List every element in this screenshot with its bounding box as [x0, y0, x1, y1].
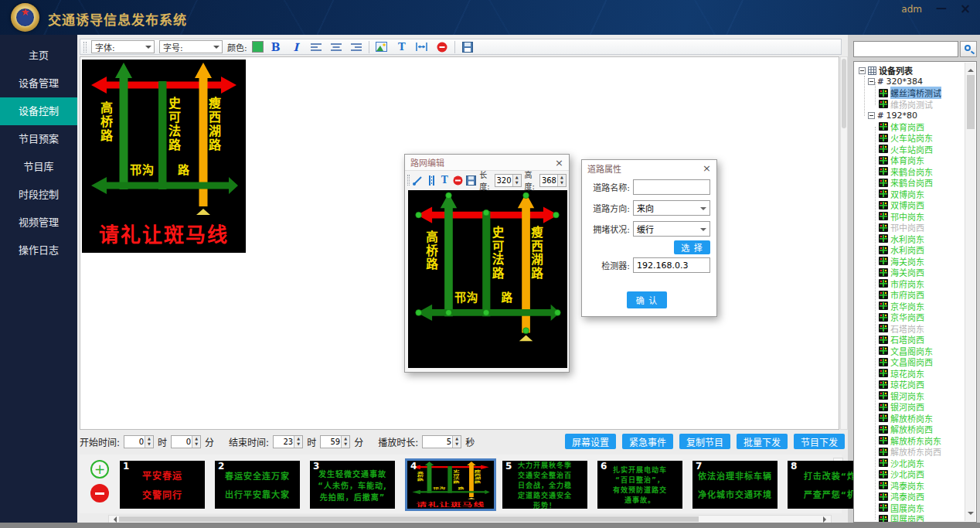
control-button-4[interactable]: 节目下发	[794, 434, 845, 449]
scroll-right-icon[interactable]	[823, 516, 829, 523]
device-item[interactable]: 火车站岗西	[856, 144, 964, 155]
save-button[interactable]	[466, 173, 476, 187]
middle-road-label[interactable]: 史可法路	[491, 227, 503, 281]
device-item[interactable]: 体育岗东	[856, 155, 964, 166]
confirm-button[interactable]: 确 认	[627, 291, 667, 308]
device-item[interactable]: 海关岗东	[856, 256, 964, 267]
device-item[interactable]: 来鹤台岗东	[856, 166, 964, 178]
bottom-road-label-right[interactable]: 路	[501, 288, 513, 304]
collapse-icon[interactable]	[868, 112, 875, 119]
device-item[interactable]: 石塔岗东	[856, 323, 964, 335]
congestion-select[interactable]: 缓行	[633, 221, 710, 237]
device-item[interactable]: 水利岗西	[856, 244, 964, 256]
height-spinner[interactable]: ▲▼	[539, 174, 567, 187]
road-node[interactable]	[554, 310, 560, 316]
delete-element-button[interactable]	[434, 40, 450, 54]
device-item[interactable]: 文昌阁岗东	[856, 346, 964, 357]
device-item[interactable]: 火车站岗东	[856, 132, 964, 144]
device-item[interactable]: 琼花岗东	[856, 368, 964, 380]
sidebar-item-2[interactable]: 设备控制	[0, 97, 77, 125]
device-item[interactable]: 解放桥东岗西	[856, 446, 964, 458]
bottom-road-label-left[interactable]: 邗沟	[433, 485, 446, 489]
collapse-icon[interactable]	[868, 78, 875, 85]
minimize-button[interactable]: —	[934, 2, 949, 17]
device-item[interactable]: 邗中岗东	[856, 211, 964, 223]
playlist-item-7[interactable]: 依法治理非标车辆净化城市交通环境7	[692, 461, 778, 509]
playlist-item-5[interactable]: 大力开展秋冬季交通安全整治百日会战，全力稳定道路交通安全形势！5	[502, 461, 587, 509]
end-hour-spinner[interactable]: ▲▼	[273, 435, 303, 448]
bottom-road-label-right[interactable]: 路	[458, 485, 464, 489]
device-item[interactable]: 解放桥岗东	[856, 413, 964, 424]
close-icon[interactable]: ×	[555, 158, 563, 168]
draw-road-button[interactable]	[413, 173, 423, 187]
right-road-label[interactable]: 瘦西湖路	[207, 97, 219, 152]
insert-text-button[interactable]: T	[440, 173, 450, 187]
control-button-1[interactable]: 紧急事件	[622, 434, 673, 449]
device-item[interactable]: 市府岗东	[856, 278, 964, 290]
road-node[interactable]	[483, 310, 489, 316]
road-node[interactable]	[483, 209, 489, 216]
left-road-label[interactable]: 高桥路	[417, 471, 423, 481]
device-item[interactable]: 解放桥岗西	[856, 424, 964, 435]
road-network-edit-canvas[interactable]: 高桥路 史可法路 瘦西湖路 邗沟 路	[408, 190, 567, 368]
device-item[interactable]: 石塔岗西	[856, 334, 964, 346]
sidebar-item-7[interactable]: 操作日志	[0, 237, 77, 264]
left-road-label[interactable]: 高桥路	[99, 101, 111, 143]
search-button[interactable]	[960, 41, 977, 57]
device-item[interactable]: 京华岗东	[856, 301, 964, 312]
road-segment-button[interactable]	[426, 173, 436, 187]
sidebar-item-3[interactable]: 节目预案	[0, 125, 77, 153]
device-item[interactable]: 维扬岗测试	[856, 99, 964, 111]
device-item[interactable]: 双博岗东	[856, 189, 964, 200]
select-button[interactable]: 选 择	[674, 240, 710, 254]
road-direction-select[interactable]: 来向	[633, 200, 710, 216]
bottom-road-label-left[interactable]: 邗沟	[130, 161, 155, 177]
length-spinner[interactable]: ▲▼	[495, 174, 522, 187]
align-left-button[interactable]	[308, 40, 324, 54]
delete-element-button[interactable]	[453, 173, 463, 187]
duration-spinner[interactable]: ▲▼	[422, 435, 461, 448]
device-item[interactable]: 沙北岗东	[856, 458, 964, 469]
end-minute-spinner[interactable]: ▲▼	[320, 435, 350, 448]
playlist-item-6[interactable]: 扎实开展电动车“百日整治”，有效预防道路交通事故。6	[597, 461, 682, 509]
device-item[interactable]: 国展岗东	[856, 502, 964, 514]
device-item[interactable]: 银河岗东	[856, 390, 964, 402]
sign-message[interactable]: 请礼让斑马线	[407, 500, 494, 507]
device-item[interactable]: 双博岗西	[856, 199, 964, 211]
bottom-road-label-right[interactable]: 路	[178, 161, 190, 177]
road-node[interactable]	[523, 328, 529, 334]
control-button-2[interactable]: 复制节目	[679, 434, 730, 449]
tree-root[interactable]: 设备列表	[856, 65, 964, 77]
device-item[interactable]: 邗中岗西	[856, 222, 964, 233]
road-node[interactable]	[416, 212, 422, 218]
detector-input[interactable]	[633, 257, 710, 273]
device-item[interactable]: 海关岗西	[856, 267, 964, 278]
middle-green-road[interactable]	[158, 81, 167, 189]
start-hour-spinner[interactable]: ▲▼	[124, 435, 154, 448]
playlist-item-3[interactable]: 发生轻微交通事故“人未伤，车能动,先拍照，后撤离”3	[310, 461, 395, 509]
italic-button[interactable]: I	[288, 40, 304, 54]
fit-size-button[interactable]	[414, 40, 430, 54]
road-node[interactable]	[553, 212, 560, 218]
tree-group-192*80[interactable]: #192*80	[856, 110, 964, 121]
tree-group-320*384[interactable]: #320*384	[856, 77, 964, 88]
device-item[interactable]: 鸿泰岗东	[856, 480, 964, 492]
device-item[interactable]: 螺丝湾桥测试	[856, 87, 964, 99]
bottom-road-label-left[interactable]: 邗沟	[454, 288, 478, 304]
middle-road-label[interactable]: 史可法路	[452, 470, 458, 484]
sidebar-item-6[interactable]: 视频管理	[0, 209, 77, 237]
scroll-down-icon[interactable]	[968, 512, 974, 518]
color-swatch[interactable]	[252, 41, 264, 53]
align-center-button[interactable]	[328, 40, 344, 54]
insert-text-button[interactable]: T	[394, 40, 410, 54]
tree-vertical-scrollbar[interactable]	[965, 63, 975, 521]
device-item[interactable]: 体育岗西	[856, 121, 964, 133]
close-button[interactable]: ×	[957, 1, 974, 18]
close-icon[interactable]: ×	[703, 163, 711, 173]
canvas-vertical-scrollbar[interactable]	[840, 56, 848, 430]
right-road-label[interactable]: 瘦西湖路	[474, 470, 480, 484]
playlist-item-4[interactable]: 高桥路 史可法路 瘦西湖路 邗沟 路请礼让斑马线4	[405, 458, 496, 511]
device-item[interactable]: 市府岗西	[856, 289, 964, 301]
control-button-0[interactable]: 屏幕设置	[565, 434, 616, 449]
device-item[interactable]: 鸿泰岗西	[856, 491, 964, 502]
